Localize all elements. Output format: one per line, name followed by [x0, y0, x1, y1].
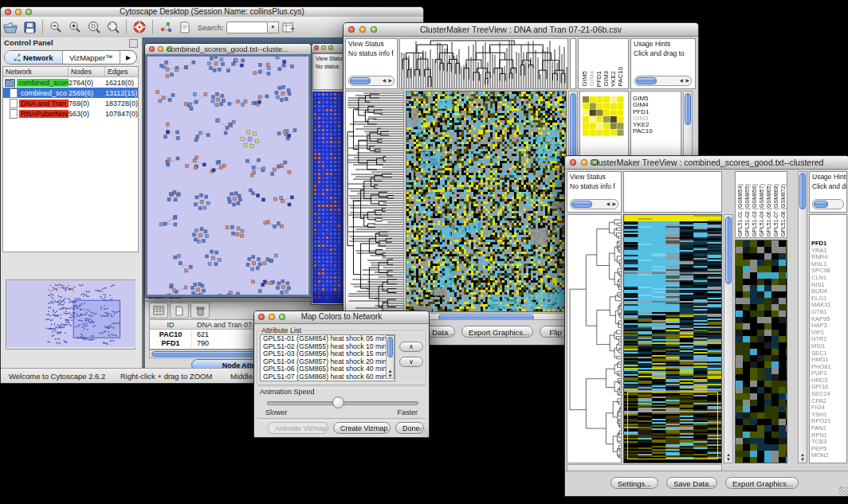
- column-label[interactable]: PAC10: [617, 67, 624, 87]
- view-status-info: No status info f: [567, 182, 621, 191]
- view-status-scrollbar[interactable]: ◀ ▶: [348, 76, 395, 86]
- tv2-zoom-heatmap-panel[interactable]: [735, 240, 787, 463]
- col-header-edges[interactable]: Edges: [105, 67, 138, 76]
- tab--[interactable]: ▶: [120, 51, 136, 64]
- export-graphics-button[interactable]: Export Graphics...: [461, 326, 533, 338]
- network-row[interactable]: combined_scores2764(0)16218(0): [3, 77, 138, 88]
- annotation-icon[interactable]: [177, 20, 193, 34]
- scroll-left-arrow[interactable]: ◀: [382, 77, 386, 84]
- tab-network[interactable]: Network: [5, 51, 63, 64]
- search-dropdown[interactable]: ▼: [268, 21, 279, 33]
- treeview1-titlebar[interactable]: ClusterMaker TreeView : DNA and Tran 07-…: [344, 23, 698, 37]
- help-icon[interactable]: [132, 20, 147, 34]
- tv2-heatmap-panel[interactable]: [623, 214, 722, 463]
- attribute-item[interactable]: GPL51-07 (GSM868) heat shock 60 min: [261, 373, 395, 381]
- trash-icon[interactable]: [190, 303, 210, 318]
- document-icon: [10, 88, 18, 98]
- column-label[interactable]: GIM4: [588, 71, 595, 87]
- open-folder-icon[interactable]: [2, 20, 18, 34]
- column-label[interactable]: GPL51-07 (GSM868): [773, 184, 780, 236]
- network-row[interactable]: combined_sco2569(6)13112(15): [3, 88, 138, 98]
- zoom-out-icon[interactable]: [48, 20, 64, 34]
- view-status-scrollbar[interactable]: ◀ ▶: [570, 199, 618, 209]
- network-graph-canvas[interactable]: [147, 57, 307, 295]
- move-down-button[interactable]: ∨: [399, 357, 423, 367]
- zoom-in-icon[interactable]: [67, 20, 83, 34]
- resize-grip[interactable]: [419, 428, 428, 436]
- scroll-thumb[interactable]: [685, 93, 691, 125]
- scroll-arrows[interactable]: ▲▼: [387, 369, 394, 378]
- scroll-arrows[interactable]: ▲▼: [724, 452, 732, 462]
- animate-vizmap-button[interactable]: Animate Vizmap: [268, 422, 328, 434]
- tv1-dendro-splitter[interactable]: [570, 38, 576, 89]
- column-label[interactable]: GPL51-08 (GSM872): [780, 184, 787, 236]
- col-header-nodes[interactable]: Nodes: [69, 67, 105, 76]
- tv2-row-dendrogram-panel[interactable]: [567, 214, 622, 463]
- move-up-button[interactable]: ∧: [399, 342, 423, 352]
- control-panel-title: Control Panel: [4, 38, 53, 47]
- table-icon[interactable]: [149, 303, 168, 318]
- float-panel-icon[interactable]: [129, 39, 138, 48]
- scroll-right-arrow[interactable]: ▶: [685, 77, 689, 84]
- network-row[interactable]: DNA and Tran 07769(0)183728(0): [3, 98, 138, 108]
- scroll-arrows[interactable]: ▲▼: [799, 452, 807, 462]
- usage-hints-scrollbar[interactable]: ◀ ▶: [634, 76, 692, 86]
- dense-matrix-canvas[interactable]: [312, 92, 344, 303]
- gene-label[interactable]: MON2: [810, 452, 846, 459]
- scroll-thumb[interactable]: [725, 217, 732, 284]
- column-label[interactable]: GPL51-04 (GSM857): [759, 184, 766, 236]
- col-header-network[interactable]: Network: [3, 67, 69, 76]
- scroll-thumb[interactable]: [571, 201, 592, 208]
- tv2-zoom-vscrollbar[interactable]: ▲▼: [798, 171, 807, 463]
- tv1-column-dendrogram-panel[interactable]: [399, 38, 568, 89]
- scroll-right-arrow[interactable]: ▶: [388, 77, 392, 84]
- zoom-selected-icon[interactable]: [86, 20, 102, 34]
- attribute-list-scrollbar[interactable]: ▲▼: [386, 335, 395, 379]
- network-view-icon[interactable]: [158, 20, 174, 34]
- column-label[interactable]: GPL51-01 (GSM854): [737, 184, 744, 236]
- close-button[interactable]: [314, 45, 319, 50]
- tv2-heatmap-vscrollbar[interactable]: ▲▼: [724, 214, 733, 463]
- scroll-left-arrow[interactable]: ◀: [606, 201, 610, 207]
- search-input[interactable]: [226, 21, 268, 33]
- network-view-titlebar[interactable]: combined_scores_good.txt--cluste...: [145, 44, 311, 55]
- tab-vizmapper-[interactable]: VizMapper™: [63, 51, 121, 64]
- usage-hints-scrollbar[interactable]: [812, 199, 844, 209]
- treeview2-titlebar[interactable]: ClusterMaker TreeView : combined_scores_…: [565, 156, 848, 170]
- scroll-thumb[interactable]: [814, 201, 828, 208]
- create-vizmap-button[interactable]: Create Vizmap: [333, 422, 391, 434]
- attribute-browser-icon[interactable]: [281, 20, 296, 34]
- scroll-thumb[interactable]: [387, 337, 393, 357]
- column-label[interactable]: GIM5: [581, 71, 588, 87]
- resize-grip[interactable]: [839, 486, 848, 495]
- column-label[interactable]: GPL51-06 (GSM865): [766, 184, 773, 236]
- slider-thumb[interactable]: [332, 397, 344, 408]
- network-overview-panel[interactable]: [6, 279, 135, 350]
- tab-label: ▶: [126, 54, 131, 61]
- column-label[interactable]: GIM3: [603, 71, 610, 87]
- column-label[interactable]: GPL51-03 (GSM856): [752, 184, 759, 236]
- zoom-fit-icon[interactable]: [105, 20, 121, 34]
- row-label[interactable]: PAC10: [631, 128, 681, 135]
- dialog-titlebar[interactable]: Map Colors to Network: [254, 311, 429, 324]
- scroll-thumb[interactable]: [799, 173, 806, 209]
- export-graphics-button[interactable]: Export Graphics...: [725, 477, 799, 489]
- minimize-button[interactable]: [321, 45, 326, 50]
- background-window-titlebar[interactable]: [312, 44, 344, 53]
- save-icon[interactable]: [22, 20, 37, 34]
- column-label[interactable]: GPL51-02 (GSM855): [744, 184, 752, 236]
- settings-button[interactable]: Settings...: [610, 477, 658, 489]
- scroll-left-arrow[interactable]: ◀: [679, 77, 683, 84]
- network-row[interactable]: RNAPuberNov2+563(0)107847(0): [3, 108, 138, 119]
- tv1-heatmap-panel[interactable]: [406, 91, 567, 312]
- page-icon[interactable]: [170, 303, 189, 318]
- zoom-button[interactable]: [328, 45, 333, 50]
- scroll-thumb[interactable]: [350, 77, 371, 84]
- scroll-thumb[interactable]: [636, 77, 657, 84]
- column-label[interactable]: PFD1: [595, 71, 603, 87]
- scroll-right-arrow[interactable]: ▶: [612, 201, 616, 207]
- column-label[interactable]: YKE2: [610, 71, 617, 87]
- save-data-button[interactable]: Save Data...: [666, 477, 717, 489]
- tv1-row-dendrogram-panel[interactable]: [345, 91, 404, 320]
- col-header-id[interactable]: ID: [150, 321, 192, 329]
